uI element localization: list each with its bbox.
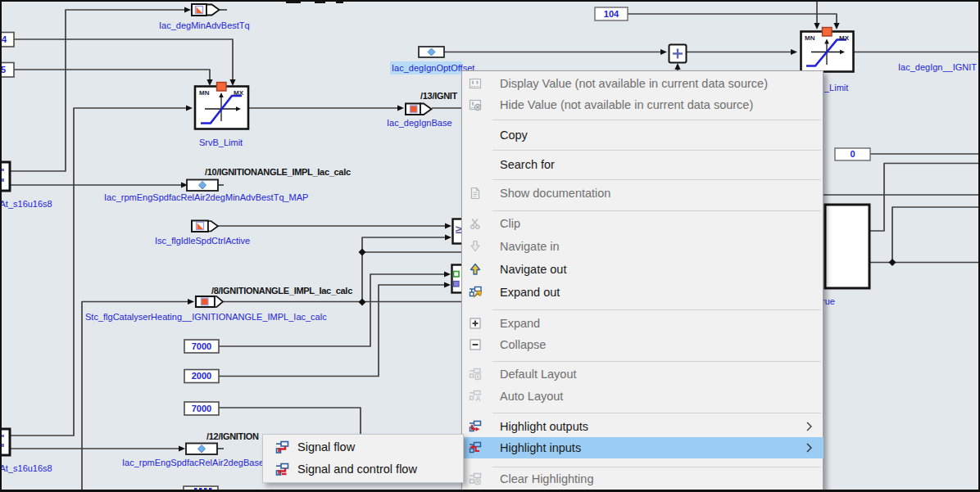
label-srvb-limit[interactable]: SrvB_Limit [199,138,243,147]
menu-item-copy[interactable]: Copy [463,124,823,146]
scissors-icon [469,217,482,230]
hide-value-icon [469,98,482,111]
block-outport-degignbase[interactable] [406,104,432,115]
plus-box-icon [469,317,482,330]
srvb-mn-label: MN [199,90,209,97]
const-2000-value: 2000 [184,370,219,381]
menu-item-label: Highlight inputs [500,437,581,458]
menu-separator [492,150,821,151]
menu-item-label: Collapse [500,334,546,355]
menu-separator [492,120,821,120]
menu-separator [492,309,821,310]
menu-item-label: Show documentation [500,183,610,204]
svg-text:A: A [475,395,481,403]
menu-separator [492,413,821,413]
menu-item-label: Hide Value (not available in current dat… [500,94,753,115]
label-stc[interactable]: Stc_flgCatalyserHeating__IGNITIONANGLE_I… [85,312,327,322]
submenu-item-signal-flow[interactable]: Signal flow [264,436,462,458]
block-map-port10[interactable] [187,180,218,192]
menu-item-hide-value[interactable]: Hide Value (not available in current dat… [463,94,823,115]
menu-item-highlight-outputs[interactable]: Highlight outputs [463,416,823,437]
label-degignbase[interactable]: Iac_degIgnBase [387,118,452,128]
menu-item-label: Clip [500,213,520,234]
block-map-port12[interactable] [186,444,217,455]
label-isc[interactable]: Isc_flgIdleSpdCtrlActive [155,236,250,246]
menu-separator [492,467,821,467]
application-window: 4 5 Iac_degMinAdvBestTq SrvB_Limit /13/I… [0,0,980,492]
menu-separator [492,361,821,362]
label-limit-right[interactable]: _Limit [824,83,848,93]
menu-item-auto-layout[interactable]: A Auto Layout [463,386,823,407]
expand-out-icon [469,286,482,299]
menu-item-label: Signal flow [297,436,355,458]
sat2-mn-label: MN [805,35,814,42]
label-const4: 4 [2,34,7,44]
label-port12[interactable]: /12/IGNITION [206,431,259,441]
document-icon [469,187,482,200]
menu-item-label: Navigate in [500,236,560,257]
sat2-mx-label: MX [839,35,849,42]
menu-item-label: Navigate out [500,259,566,280]
window-border-top [0,0,980,2]
menu-item-search-for[interactable]: Search for [463,154,823,175]
menu-item-label: Signal and control flow [297,458,417,481]
block-big-right[interactable] [825,205,869,288]
auto-layout-icon: A [469,390,482,403]
block-port8[interactable] [196,296,223,307]
label-map[interactable]: Iac_rpmEngSpdfacRelAir2degMinAdvBestTq_M… [104,192,308,202]
submenu-item-signal-control-flow[interactable]: Signal and control flow [264,458,462,481]
menu-item-clip[interactable]: Clip [463,213,823,234]
label-degminadv[interactable]: Iac_degMinAdvBestTq [159,20,250,30]
menu-separator [492,179,821,180]
menu-item-navigate-out[interactable]: Navigate out [463,259,823,280]
label-port8[interactable]: /8/IGNITIONANGLE_IMPL_Iac_calc [211,286,352,296]
display-value-icon [469,77,482,90]
const-0-value: 0 [835,148,870,160]
arrow-out-icon [469,263,482,276]
signal-control-flow-icon [275,463,289,476]
context-menu: Display Value (not available in current … [461,70,823,492]
submenu-arrow-icon [806,443,812,453]
default-layout-icon [469,368,482,381]
const-7000a-value: 7000 [184,341,219,352]
block-sum[interactable] [669,45,687,63]
menu-item-label: Expand out [500,282,560,303]
label-rue[interactable]: rue [822,296,835,306]
menu-separator [492,210,821,211]
block-source-isc[interactable] [192,221,218,232]
menu-item-label: Search for [500,154,555,175]
menu-item-collapse[interactable]: Collapse [463,334,823,355]
menu-item-label: Expand [500,313,540,334]
signal-flow-icon [275,440,289,454]
label-degbase[interactable]: Iac_rpmEngSpdfacRelAir2degBase [122,458,264,467]
block-outport-degminadv[interactable] [192,4,220,16]
menu-item-label: Highlight outputs [500,416,588,437]
menu-item-navigate-in[interactable]: Navigate in [463,236,823,257]
menu-item-clear-highlighting[interactable]: Clear Highlighting [463,468,823,490]
menu-item-default-layout[interactable]: Default Layout [463,363,823,385]
arrow-in-icon [469,240,482,253]
menu-item-display-value[interactable]: Display Value (not available in current … [463,73,823,94]
menu-item-label: Display Value (not available in current … [500,73,768,94]
label-at-s16-bottom[interactable]: cAt_s16u16s8 [0,463,52,473]
srvb-mx-label: MX [234,90,243,97]
menu-item-highlight-inputs[interactable]: Highlight inputs [463,437,823,458]
menu-item-label: Default Layout [500,363,577,385]
label-port13[interactable]: /13/IGNIT [420,91,457,101]
menu-item-expand[interactable]: Expand [463,313,823,334]
menu-item-label: Auto Layout [500,386,563,407]
menu-item-show-documentation[interactable]: Show documentation [463,183,823,204]
block-optoffset[interactable] [419,47,444,57]
menu-item-expand-out[interactable]: Expand out [463,282,823,303]
highlight-inputs-submenu: Signal flow Signal and control flow [262,434,464,483]
const-7000b-value: 7000 [184,403,219,414]
label-at-s16-top[interactable]: cAt_s16u16s8 [0,199,52,209]
menu-item-label: Clear Highlighting [500,468,593,490]
highlight-inputs-icon [469,441,482,454]
label-degign-out[interactable]: Iac_degIgn__IGNIT [898,62,977,72]
minus-box-icon [469,338,482,351]
label-port10[interactable]: /10/IGNITIONANGLE_IMPL_Iac_calc [205,167,351,177]
window-border-left [0,0,2,492]
const-104-value: 104 [595,8,628,20]
clipped-top-marks [286,2,343,3]
